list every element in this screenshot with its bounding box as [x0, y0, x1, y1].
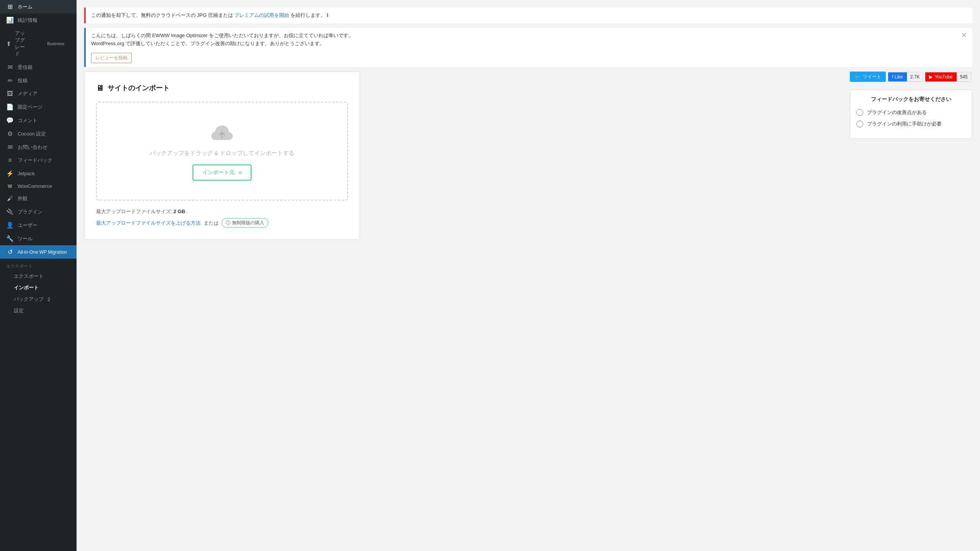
youtube-icon: ▶ — [929, 74, 933, 80]
sidebar-item-users[interactable]: 👤 ユーザー — [0, 218, 77, 232]
inbox-icon: ✉ — [6, 64, 14, 71]
pages-icon: 📄 — [6, 103, 14, 111]
sub-item-import[interactable]: インポート — [0, 282, 77, 293]
social-buttons: 🐦 ツイート f Like 2.7K ▶ YouTube 545 — [850, 72, 972, 82]
notice-jpg-compression: この通知を却下して、無料のクラウドベースの JPG 圧縮または プレミアムの試用… — [84, 8, 972, 23]
feedback-option-2: プラグインの利用に手助けが必要 — [856, 121, 966, 127]
users-icon: 👤 — [6, 222, 14, 229]
sidebar-item-comments[interactable]: 💬 コメント — [0, 114, 77, 127]
sidebar-item-plugins[interactable]: 🔌 プラグイン — [0, 205, 77, 218]
jetpack-icon: ⚡ — [6, 170, 14, 177]
comments-icon: 💬 — [6, 117, 14, 124]
sidebar-item-appearance[interactable]: 🖌 外観 — [0, 192, 77, 205]
sidebar-item-pages[interactable]: 📄 固定ページ — [0, 100, 77, 114]
sidebar-item-feedback[interactable]: ≡ フィードバック — [0, 154, 77, 167]
file-size-value: 2 GB — [173, 209, 185, 214]
facebook-like: f Like — [888, 72, 907, 82]
sidebar-item-posts[interactable]: ✏ 投稿 — [0, 74, 77, 87]
feedback-option-1: プラグインの改善点がある — [856, 109, 966, 116]
home-icon: ⊞ — [6, 3, 14, 10]
increase-size-link[interactable]: 最大アップロードファイルサイズを上げる方法 — [96, 220, 201, 227]
feedback-radio-help[interactable] — [856, 121, 863, 127]
youtube-button[interactable]: ▶ YouTube 545 — [925, 72, 971, 82]
feedback-label-improvement: プラグインの改善点がある — [867, 109, 927, 116]
youtube-label: ▶ YouTube — [925, 72, 956, 82]
migration-icon: ↺ — [6, 248, 14, 256]
import-title: 🖥 サイトのインポート — [96, 83, 348, 93]
unlimited-button[interactable]: ⓘ 無制限版の購入 — [222, 218, 268, 228]
sub-item-backup[interactable]: バックアップ 2 — [0, 293, 77, 305]
upgrade-icon: ⬆ — [6, 40, 11, 47]
file-size-info: 最大アップロードファイルサイズ: 2 GB . — [96, 208, 348, 215]
sub-item-settings[interactable]: 設定 — [0, 305, 77, 316]
sidebar-item-cocoon[interactable]: ⚙ Cocoon 設定 — [0, 127, 77, 140]
sidebar-item-woocommerce[interactable]: W WooCommerce — [0, 180, 77, 192]
menu-icon: ≡ — [238, 170, 242, 176]
facebook-icon: f — [892, 74, 893, 80]
sidebar-item-home[interactable]: ⊞ ホーム — [0, 0, 77, 13]
content-area: 🖥 サイトのインポート バックアップをドラッグ & ドロップしてインポートする … — [84, 72, 972, 247]
file-size-links: 最大アップロードファイルサイズを上げる方法 または ⓘ 無制限版の購入 — [96, 218, 348, 228]
feedback-title: フィードバックをお寄せください — [856, 96, 966, 103]
sub-item-export[interactable]: エクスポート — [0, 271, 77, 282]
sidebar-item-migration[interactable]: ↺ All-in-One WP Migration — [0, 245, 77, 259]
sidebar: ⊞ ホーム 📊 統計情報 ⬆ アップグレード Business ✉ 受信箱 ✏ … — [0, 0, 77, 551]
appearance-icon: 🖌 — [6, 195, 14, 202]
youtube-count: 545 — [957, 72, 971, 82]
plugin-section-label: エクスポート — [0, 259, 77, 271]
drop-zone[interactable]: バックアップをドラッグ & ドロップしてインポートする インポート元 ≡ — [96, 102, 348, 201]
sidebar-item-jetpack[interactable]: ⚡ Jetpack — [0, 167, 77, 180]
tools-icon: 🔧 — [6, 235, 14, 242]
sidebar-item-contact[interactable]: ✉ お問い合わせ — [0, 140, 77, 154]
backup-badge: 2 — [47, 297, 50, 302]
sidebar-item-media[interactable]: 🖼 メディア — [0, 87, 77, 100]
info-icon: ℹ — [327, 12, 328, 18]
upgrade-badge: Business — [29, 41, 70, 47]
woocommerce-icon: W — [6, 184, 14, 189]
notice-jpg-text: この通知を却下して、無料のクラウドベースの JPG 圧縮または プレミアムの試用… — [91, 11, 967, 20]
import-title-icon: 🖥 — [96, 84, 104, 93]
feedback-box: フィードバックをお寄せください プラグインの改善点がある プラグインの利用に手助… — [850, 90, 972, 139]
main-content: この通知を却下して、無料のクラウドベースの JPG 圧縮または プレミアムの試用… — [77, 0, 980, 551]
notice-ewww: こんにちは、しばらくの間 EWWW Image Optimizer をご使用いた… — [84, 28, 972, 67]
sidebar-item-tools[interactable]: 🔧 ツール — [0, 232, 77, 245]
notice-ewww-text: こんにちは、しばらくの間 EWWW Image Optimizer をご使用いた… — [91, 32, 957, 64]
contact-icon: ✉ — [6, 143, 14, 151]
right-sidebar: 🐦 ツイート f Like 2.7K ▶ YouTube 545 — [842, 72, 972, 139]
cloud-upload-icon — [105, 122, 340, 145]
twitter-icon: 🐦 — [854, 74, 861, 80]
posts-icon: ✏ — [6, 77, 14, 84]
facebook-button[interactable]: f Like 2.7K — [888, 72, 923, 82]
feedback-label-help: プラグインの利用に手助けが必要 — [867, 121, 942, 127]
notice-close-icon[interactable]: ✕ — [961, 32, 967, 39]
twitter-button[interactable]: 🐦 ツイート — [850, 72, 886, 82]
feedback-icon: ≡ — [6, 157, 14, 164]
main-panel: 🖥 サイトのインポート バックアップをドラッグ & ドロップしてインポートする … — [84, 72, 842, 247]
import-source-button[interactable]: インポート元 ≡ — [193, 165, 252, 181]
stats-icon: 📊 — [6, 16, 14, 24]
review-button[interactable]: レビューを投稿 — [91, 53, 132, 63]
media-icon: 🖼 — [6, 90, 14, 97]
plugins-icon: 🔌 — [6, 208, 14, 215]
sidebar-item-stats[interactable]: 📊 統計情報 — [0, 13, 77, 27]
facebook-count: 2.7K — [907, 72, 923, 82]
import-section: 🖥 サイトのインポート バックアップをドラッグ & ドロップしてインポートする … — [84, 72, 360, 240]
feedback-radio-improvement[interactable] — [856, 109, 863, 116]
cocoon-icon: ⚙ — [6, 130, 14, 137]
info-circle-icon: ⓘ — [226, 220, 230, 226]
sidebar-item-upgrade[interactable]: ⬆ アップグレード Business — [0, 27, 77, 60]
drop-zone-text: バックアップをドラッグ & ドロップしてインポートする — [105, 150, 340, 157]
sidebar-item-inbox[interactable]: ✉ 受信箱 — [0, 60, 77, 74]
notice-jpg-link[interactable]: プレミアムの試用を開始 — [234, 12, 289, 18]
